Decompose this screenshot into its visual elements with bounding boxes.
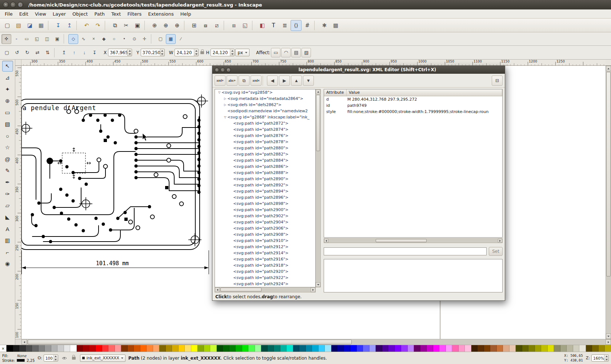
color-swatch[interactable] [331, 345, 338, 352]
toolbar-separator[interactable] [144, 21, 148, 30]
color-swatch[interactable] [185, 345, 191, 352]
delete-attribute-button[interactable]: ⊟ [492, 76, 503, 86]
xml-node-tree[interactable]: ▽ <svg:svg id="svg2858"> ▷ <svg:metadata… [215, 89, 316, 287]
xml-tree-node[interactable]: <svg:path id="path2894"> [215, 188, 315, 194]
maximize-button[interactable]: ▢ [226, 68, 231, 72]
color-swatch[interactable] [503, 345, 510, 352]
color-swatch[interactable] [166, 345, 172, 352]
xml-tree-node[interactable]: <svg:path id="path2892"> [215, 182, 315, 188]
expander-icon[interactable]: ▽ [223, 116, 227, 119]
import-button[interactable]: ↧ [53, 20, 64, 31]
open-document-button[interactable]: ▧ [13, 20, 24, 31]
horizontal-ruler[interactable]: 3003504004505005506006507007508008509009… [21, 60, 606, 66]
snap-bbox-button[interactable]: ▫ [12, 34, 21, 44]
zoom-page-button[interactable]: ⊕ [172, 20, 183, 31]
color-swatch[interactable] [370, 345, 376, 352]
color-swatch[interactable] [108, 345, 115, 352]
xml-tree-node[interactable]: <svg:path id="path2876"> [215, 133, 315, 139]
layer-lock-toggle[interactable] [71, 355, 77, 361]
color-swatch[interactable] [605, 345, 611, 352]
group-button[interactable]: ⧈ [228, 20, 239, 31]
lock-ratio-icon[interactable] [200, 51, 204, 54]
snap-object-centers-button[interactable]: ⊙ [129, 34, 139, 44]
xml-tree-node[interactable]: <svg:path id="path2904"> [215, 219, 315, 225]
affect-gradients-toggle[interactable]: ▤ [291, 48, 301, 57]
color-swatch[interactable] [51, 345, 58, 352]
color-swatch[interactable] [439, 345, 446, 352]
snap-rotation-centers-button[interactable]: ✛ [140, 34, 149, 44]
color-swatch[interactable] [299, 345, 306, 352]
color-swatch[interactable] [293, 345, 300, 352]
height-field[interactable]: 24,120 [211, 49, 235, 56]
zoom-tool[interactable]: ⊕ [2, 96, 13, 106]
toolbar-separator[interactable] [314, 21, 318, 30]
attribute-row[interactable]: id path9749 [324, 102, 502, 109]
zoom-drawing-button[interactable]: ⊕ [160, 20, 171, 31]
affect-stroke-toggle[interactable]: ▭ [271, 48, 280, 57]
horizontal-scrollbar[interactable] [21, 339, 611, 345]
expander-icon[interactable]: ▽ [217, 91, 221, 94]
move-node-down-button[interactable]: ▼ [303, 76, 314, 86]
color-swatch[interactable] [121, 345, 128, 352]
color-swatch[interactable] [19, 345, 26, 352]
color-swatch[interactable] [522, 345, 529, 352]
snap-bbox-corner-button[interactable]: ◱ [32, 34, 42, 44]
xml-tree-node[interactable]: <svg:path id="path2884"> [215, 157, 315, 163]
scroll-down-button[interactable] [316, 282, 320, 287]
raise-button[interactable]: ↑ [69, 48, 79, 57]
xml-tree-node[interactable]: <svg:path id="path2908"> [215, 231, 315, 238]
color-swatch[interactable] [579, 345, 586, 352]
color-swatch[interactable] [408, 345, 414, 352]
zoom-selection-button[interactable]: ⊕ [149, 20, 160, 31]
color-swatch[interactable] [516, 345, 522, 352]
color-swatch[interactable] [382, 345, 389, 352]
color-swatch[interactable] [388, 345, 395, 352]
toolbar-separator[interactable] [105, 21, 108, 30]
xml-tree-node[interactable]: <svg:path id="path2900"> [215, 207, 315, 213]
snap-bbox-edge-button[interactable]: ▭ [22, 34, 32, 44]
spin-up-icon[interactable] [129, 50, 131, 52]
spin-up-icon[interactable] [195, 50, 197, 52]
pencil-tool[interactable]: ✎ [2, 165, 13, 176]
toolbar-separator[interactable] [263, 76, 266, 86]
paint-bucket-tool[interactable]: ◣ [2, 212, 13, 223]
box3d-tool[interactable]: ▧ [2, 119, 13, 130]
xml-tree-node[interactable]: <svg:path id="path2880"> [215, 145, 315, 151]
color-swatch[interactable] [13, 345, 20, 352]
toolbar-separator[interactable] [184, 21, 187, 30]
scroll-up-button[interactable] [606, 66, 611, 71]
close-button[interactable]: × [215, 68, 219, 72]
fill-stroke-indicator[interactable]: Fill: None Stroke: 2,25 [2, 353, 35, 363]
minimize-button[interactable]: – [10, 2, 16, 8]
undo-button[interactable]: ↶ [81, 20, 92, 31]
color-swatch[interactable] [573, 345, 580, 352]
color-swatch[interactable] [115, 345, 121, 352]
scroll-left-button[interactable] [21, 339, 27, 345]
create-clone-button[interactable]: ⧇ [200, 20, 211, 31]
xml-tree-node[interactable]: <svg:path id="path2890"> [215, 176, 315, 182]
color-swatch[interactable] [325, 345, 331, 352]
vertical-ruler[interactable]: 550500450400350300250200150100 [15, 66, 21, 339]
menu-item[interactable]: Text [108, 10, 124, 18]
menu-item[interactable]: View [32, 10, 49, 18]
menu-item[interactable]: File [1, 10, 16, 18]
xml-tree-node[interactable]: <svg:path id="path2898"> [215, 201, 315, 207]
redo-button[interactable]: ↷ [92, 20, 103, 31]
color-swatch[interactable] [26, 345, 32, 352]
scroll-right-button[interactable] [311, 287, 315, 292]
tree-vertical-scrollbar[interactable] [316, 89, 321, 287]
text-dialog-button[interactable]: T [268, 20, 279, 31]
stroke-color-swatch[interactable] [17, 359, 25, 362]
xml-tree-node[interactable]: ▽ <svg:g id="g2868" inkscape:label="ink_ [215, 114, 315, 120]
snap-grid-button[interactable]: ▦ [166, 34, 176, 44]
xml-editor-button[interactable]: ⟨⟩ [291, 20, 301, 31]
xml-editor-dialog[interactable]: ×–▢ lapenduledargent_result.svg: XML Edi… [212, 65, 505, 301]
color-swatch[interactable] [446, 345, 452, 352]
expander-icon[interactable]: ▷ [223, 103, 227, 106]
snap-bbox-center-button[interactable]: ▣ [52, 34, 62, 44]
color-swatch[interactable] [414, 345, 420, 352]
scrollbar-thumb[interactable] [606, 72, 611, 276]
gradient-tool[interactable]: ▥ [2, 235, 13, 246]
color-swatch[interactable] [83, 345, 89, 352]
color-swatch[interactable] [459, 345, 465, 352]
